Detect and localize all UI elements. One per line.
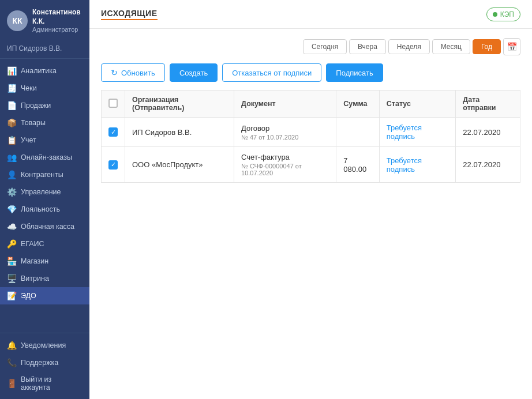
sidebar-bottom-label-notifications: Уведомления: [21, 341, 66, 349]
col-header-amount: Сумма: [336, 91, 379, 118]
row-date: 22.07.2020: [456, 118, 520, 147]
sidebar-navigation: 📊 Аналитика 🧾 Чеки 📄 Продажи 📦 Товары 📋 …: [0, 59, 89, 333]
filter-bar: СегодняВчераНеделяМесяцГод📅: [101, 38, 520, 55]
filter-btn-year[interactable]: Год: [473, 39, 501, 54]
kep-badge[interactable]: КЭП: [486, 7, 520, 21]
decline-button[interactable]: Отказаться от подписи: [222, 63, 321, 82]
filter-btn-week[interactable]: Неделя: [388, 39, 430, 54]
table-body: ИП Сидоров В.В. Договор № 47 от 10.07.20…: [102, 118, 520, 183]
shop-icon: 🏪: [7, 257, 16, 266]
online-orders-icon: 👥: [7, 153, 16, 162]
table-row: ООО «МосПродукт» Счет-фактура № СЧФ-0000…: [102, 147, 520, 183]
sidebar-item-label-management: Управление: [21, 188, 61, 196]
avatar: КК: [7, 10, 28, 31]
row-checkbox[interactable]: [108, 160, 118, 170]
sales-icon: 📄: [7, 101, 16, 110]
refresh-button[interactable]: ↻ Обновить: [101, 63, 165, 82]
header-checkbox[interactable]: [108, 99, 118, 108]
sidebar-item-cloud-cash[interactable]: ☁️ Облачная касса: [0, 218, 89, 235]
sidebar-org: ИП Сидоров В.В.: [0, 41, 89, 59]
sidebar-item-loyalty[interactable]: 💎 Лояльность: [0, 201, 89, 218]
row-org: ИП Сидоров В.В.: [125, 118, 234, 147]
refresh-icon: ↻: [111, 68, 118, 77]
sidebar-item-label-checks: Чеки: [21, 84, 37, 92]
doc-name: Счет-фактура: [241, 153, 329, 161]
sidebar-user-name: Константинов К.К.: [32, 8, 83, 26]
page-title: ИСХОДЯЩИЕ: [101, 9, 158, 18]
edo-icon: 📝: [7, 291, 16, 300]
sidebar-bottom-item-support[interactable]: 📞 Поддержка: [0, 354, 89, 371]
sidebar-item-label-cloud-cash: Облачная касса: [21, 223, 74, 231]
row-amount: 7 080.00: [336, 147, 379, 183]
sidebar-bottom-item-notifications[interactable]: 🔔 Уведомления: [0, 337, 89, 354]
sidebar-item-label-analytics: Аналитика: [21, 67, 57, 75]
table-header-row: Организация (Отправитель) Документ Сумма…: [102, 91, 520, 118]
sidebar: КК Константинов К.К. Администратор ИП Си…: [0, 0, 89, 399]
sidebar-item-analytics[interactable]: 📊 Аналитика: [0, 62, 89, 80]
row-checkbox[interactable]: [108, 127, 118, 137]
page-title-area: ИСХОДЯЩИЕ: [101, 9, 158, 20]
sidebar-item-label-online-orders: Онлайн-заказы: [21, 153, 72, 161]
sidebar-item-vitrina[interactable]: 🖥️ Витрина: [0, 270, 89, 287]
page-title-underline: [101, 19, 158, 20]
logout-icon: 🚪: [7, 379, 16, 388]
row-org: ООО «МосПродукт»: [125, 147, 234, 183]
sign-button[interactable]: Подписать: [326, 63, 383, 82]
filter-btn-today[interactable]: Сегодня: [303, 39, 347, 54]
cloud-cash-icon: ☁️: [7, 222, 16, 231]
goods-icon: 📦: [7, 118, 16, 127]
sidebar-item-goods[interactable]: 📦 Товары: [0, 114, 89, 131]
sidebar-item-sales[interactable]: 📄 Продажи: [0, 97, 89, 114]
calendar-icon-button[interactable]: 📅: [503, 38, 520, 55]
doc-sub: № СЧФ-00000047 от 10.07.2020: [241, 163, 329, 176]
documents-table: Организация (Отправитель) Документ Сумма…: [101, 90, 520, 183]
row-amount: [336, 118, 379, 147]
sign-label: Подписать: [336, 69, 373, 77]
filter-btn-yesterday[interactable]: Вчера: [349, 39, 386, 54]
sidebar-item-management[interactable]: ⚙️ Управление: [0, 183, 89, 201]
sidebar-item-egais[interactable]: 🔑 ЕГАИС: [0, 235, 89, 253]
sidebar-user-info: Константинов К.К. Администратор: [32, 8, 83, 33]
sidebar-item-edo[interactable]: 📝 ЭДО: [0, 287, 89, 304]
row-doc: Договор № 47 от 10.07.2020: [234, 118, 336, 147]
support-icon: 📞: [7, 358, 16, 367]
col-header-date: Дата отправки: [456, 91, 520, 118]
top-bar: ИСХОДЯЩИЕ КЭП: [89, 0, 532, 29]
sidebar-item-checks[interactable]: 🧾 Чеки: [0, 80, 89, 97]
status-link[interactable]: Требуется подпись: [387, 156, 422, 174]
sidebar-item-accounting[interactable]: 📋 Учет: [0, 131, 89, 149]
accounting-icon: 📋: [7, 135, 16, 145]
sidebar-bottom-item-logout[interactable]: 🚪 Выйти из аккаунта: [0, 371, 89, 396]
contractors-icon: 👤: [7, 170, 16, 179]
checks-icon: 🧾: [7, 84, 16, 93]
row-doc: Счет-фактура № СЧФ-00000047 от 10.07.202…: [234, 147, 336, 183]
sidebar-item-label-loyalty: Лояльность: [21, 205, 60, 213]
sidebar-bottom-label-support: Поддержка: [21, 359, 58, 367]
analytics-icon: 📊: [7, 66, 16, 76]
kep-label: КЭП: [500, 10, 514, 18]
sidebar-item-contractors[interactable]: 👤 Контрагенты: [0, 166, 89, 183]
status-link[interactable]: Требуется подпись: [387, 123, 422, 141]
loyalty-icon: 💎: [7, 205, 16, 214]
doc-name: Договор: [241, 124, 329, 133]
sidebar-item-label-goods: Товары: [21, 119, 46, 127]
refresh-label: Обновить: [121, 69, 155, 77]
sidebar-item-label-contractors: Контрагенты: [21, 171, 63, 179]
row-date: 22.07.2020: [456, 147, 520, 183]
toolbar: ↻ Обновить Создать Отказаться от подписи…: [101, 63, 520, 82]
row-checkbox-cell: [102, 147, 125, 183]
sidebar-item-label-egais: ЕГАИС: [21, 240, 44, 248]
sidebar-item-online-orders[interactable]: 👥 Онлайн-заказы: [0, 149, 89, 166]
sidebar-item-shop[interactable]: 🏪 Магазин: [0, 253, 89, 270]
sidebar-item-label-shop: Магазин: [21, 257, 48, 265]
create-button[interactable]: Создать: [170, 63, 218, 82]
filter-btn-month[interactable]: Месяц: [432, 39, 470, 54]
sidebar-bottom-label-logout: Выйти из аккаунта: [21, 375, 83, 392]
row-status: Требуется подпись: [379, 147, 456, 183]
vitrina-icon: 🖥️: [7, 274, 16, 283]
calendar-icon: 📅: [507, 42, 517, 51]
sidebar-item-label-vitrina: Витрина: [21, 274, 49, 283]
management-icon: ⚙️: [7, 187, 16, 197]
col-header-doc: Документ: [234, 91, 336, 118]
doc-sub: № 47 от 10.07.2020: [241, 134, 329, 141]
